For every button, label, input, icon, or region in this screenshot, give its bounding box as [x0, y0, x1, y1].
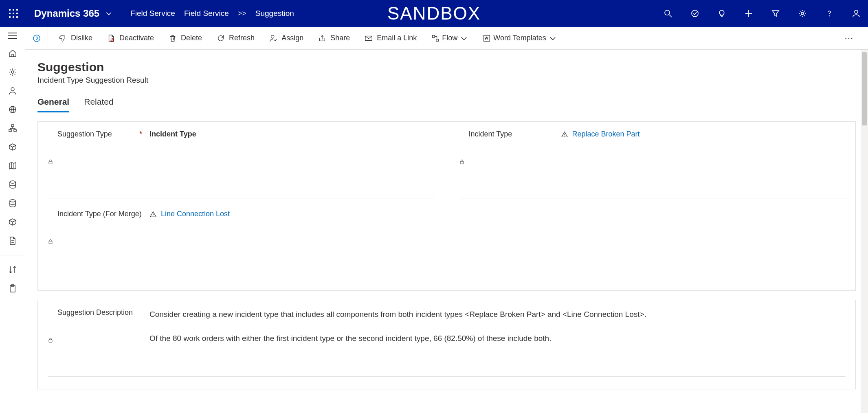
page-title: Suggestion	[37, 60, 856, 74]
lock-icon	[48, 310, 53, 371]
global-nav-bar: Dynamics 365 Field Service Field Service…	[0, 0, 868, 27]
form-tabs: General Related	[37, 97, 856, 112]
command-bar: Dislike Deactivate Delete Refresh Assign	[25, 27, 868, 50]
sort-icon[interactable]	[8, 265, 17, 274]
plus-icon[interactable]	[744, 9, 753, 18]
svg-line-4	[669, 15, 672, 17]
app-name: Dynamics 365	[34, 8, 99, 19]
deactivate-button[interactable]: Deactivate	[107, 34, 154, 42]
field-value-link[interactable]: Replace Broken Part	[561, 130, 846, 138]
svg-point-3	[665, 10, 670, 15]
main-content: Dislike Deactivate Delete Refresh Assign	[25, 27, 868, 413]
scrollbar[interactable]	[861, 50, 868, 413]
tab-related[interactable]: Related	[84, 97, 113, 112]
cmd-label: Word Templates	[493, 34, 546, 42]
svg-point-18	[10, 181, 15, 183]
breadcrumb-item[interactable]: Field Service	[130, 9, 175, 18]
lock-icon	[48, 131, 53, 192]
email-link-button[interactable]: Email a Link	[365, 34, 417, 42]
svg-point-19	[10, 200, 15, 202]
left-nav-rail	[0, 27, 25, 413]
field-label: Suggestion Description	[57, 308, 133, 317]
form-section: Suggestion Type * Incident Type Incident…	[37, 121, 856, 291]
share-button[interactable]: Share	[318, 34, 350, 42]
lightbulb-icon[interactable]	[717, 9, 726, 18]
task-icon[interactable]	[690, 9, 699, 18]
cmd-label: Share	[330, 34, 350, 42]
svg-point-13	[11, 88, 14, 91]
database-icon[interactable]	[8, 199, 17, 208]
field-incident-type-merge: Incident Type (For Merge) Line Connectio…	[48, 210, 435, 278]
svg-rect-16	[9, 130, 11, 132]
app-launcher-icon[interactable]	[9, 9, 18, 18]
svg-rect-17	[14, 130, 16, 132]
filter-icon[interactable]	[771, 9, 780, 18]
cmd-label: Dislike	[71, 34, 92, 42]
help-icon[interactable]	[825, 9, 834, 18]
scrollbar-thumb[interactable]	[862, 52, 867, 125]
gear-icon[interactable]	[8, 68, 17, 77]
cmd-label: Deactivate	[119, 34, 154, 42]
overflow-menu[interactable]: ⋯	[844, 33, 857, 44]
environment-label: SANDBOX	[387, 3, 481, 24]
field-value[interactable]: Consider creating a new incident type th…	[149, 308, 846, 344]
gear-icon[interactable]	[798, 9, 807, 18]
svg-line-26	[111, 39, 113, 41]
field-label: Incident Type (For Merge)	[57, 210, 142, 218]
nav-collapse-button[interactable]	[8, 33, 17, 39]
chevron-down-icon	[460, 34, 468, 42]
svg-point-11	[855, 10, 858, 13]
product-icon[interactable]	[8, 143, 17, 152]
dislike-button[interactable]: Dislike	[59, 34, 92, 42]
svg-point-24	[33, 35, 40, 42]
refresh-button[interactable]: Refresh	[217, 34, 255, 42]
document-icon[interactable]	[8, 236, 17, 245]
globe-icon[interactable]	[8, 105, 17, 114]
breadcrumb-item[interactable]: Suggestion	[255, 9, 294, 18]
svg-rect-15	[11, 125, 14, 127]
field-label: Suggestion Type	[57, 130, 112, 138]
svg-point-29	[271, 35, 274, 38]
chevron-down-icon	[105, 10, 112, 17]
map-icon[interactable]	[8, 161, 17, 170]
svg-point-9	[801, 12, 804, 15]
svg-point-10	[829, 15, 830, 16]
package-icon[interactable]	[8, 217, 17, 226]
cmd-label: Flow	[442, 34, 457, 42]
field-value[interactable]: Incident Type	[149, 130, 435, 138]
cmd-label: Assign	[281, 34, 303, 42]
svg-point-5	[692, 10, 698, 17]
field-label: Incident Type	[469, 130, 512, 138]
lock-icon	[459, 131, 465, 192]
chevron-down-icon	[549, 34, 557, 42]
field-incident-type: Incident Type Replace Broken Part	[459, 130, 846, 198]
required-indicator: *	[139, 130, 149, 138]
warning-icon	[561, 131, 568, 138]
form-section: Suggestion Description Consider creating…	[37, 300, 856, 389]
lock-icon	[48, 211, 53, 272]
search-icon[interactable]	[664, 9, 672, 18]
assign-button[interactable]: Assign	[269, 34, 303, 42]
person-icon[interactable]	[8, 86, 17, 95]
svg-point-12	[11, 71, 14, 73]
app-switcher[interactable]: Dynamics 365	[34, 8, 112, 19]
cmd-label: Delete	[181, 34, 202, 42]
clipboard-icon[interactable]	[8, 284, 17, 293]
database-icon[interactable]	[8, 180, 17, 189]
svg-rect-32	[436, 39, 438, 41]
cmd-label: Refresh	[229, 34, 255, 42]
org-chart-icon[interactable]	[8, 124, 17, 133]
user-icon[interactable]	[852, 9, 861, 18]
svg-rect-31	[433, 35, 435, 37]
cmd-label: Email a Link	[377, 34, 417, 42]
word-templates-button[interactable]: Word Templates	[483, 34, 556, 42]
flow-button[interactable]: Flow	[431, 34, 468, 42]
tab-general[interactable]: General	[37, 97, 69, 112]
back-button[interactable]	[25, 27, 48, 49]
home-icon[interactable]	[8, 49, 17, 58]
field-suggestion-type: Suggestion Type * Incident Type	[48, 130, 435, 198]
field-value-link[interactable]: Line Connection Lost	[149, 210, 435, 218]
breadcrumb-separator: >>	[238, 9, 246, 18]
delete-button[interactable]: Delete	[169, 34, 202, 42]
breadcrumb-item[interactable]: Field Service	[184, 9, 229, 18]
